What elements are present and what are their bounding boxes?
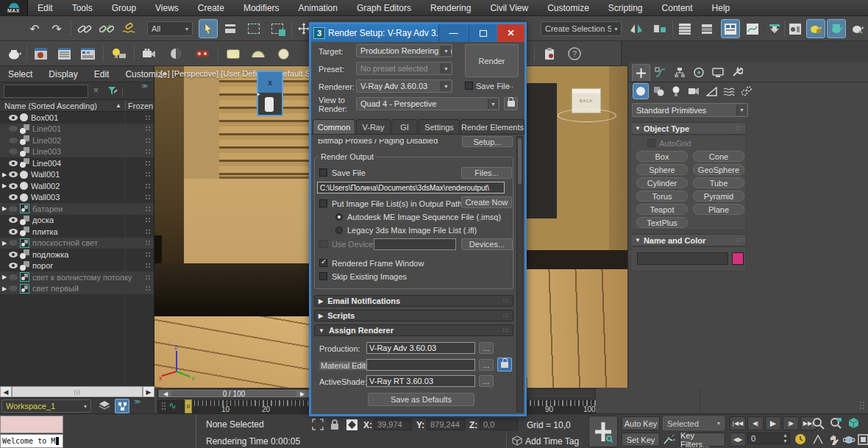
frozen-cell-icon[interactable] xyxy=(145,115,151,121)
zoom-extents-icon[interactable] xyxy=(847,417,860,432)
clear-search-icon[interactable]: × xyxy=(93,85,99,96)
selection-lock-icon[interactable] xyxy=(330,419,340,433)
trackbar-grip-icon[interactable] xyxy=(161,402,166,410)
maxscript-mini-listener-white[interactable]: Welcome to M xyxy=(0,434,63,448)
filter-funnel-icon[interactable] xyxy=(107,86,118,99)
visibility-eye-icon[interactable] xyxy=(9,217,18,223)
scene-explorer-icon[interactable] xyxy=(675,19,694,38)
visibility-eye-icon[interactable] xyxy=(9,126,18,132)
menu-scripting[interactable]: Scripting xyxy=(599,0,652,15)
email-notifications-rollout[interactable]: ▶ Email Notifications xyxy=(314,295,513,307)
max-logo-button[interactable]: MAX xyxy=(0,0,28,15)
dialog-scrollbar[interactable] xyxy=(516,136,523,412)
material-editor-icon[interactable] xyxy=(806,19,825,38)
render-setup-window-icon[interactable] xyxy=(786,19,805,38)
redo-icon[interactable]: ↷ xyxy=(47,19,66,38)
object-name-input[interactable] xyxy=(637,252,728,265)
frozen-cell-icon[interactable] xyxy=(145,263,151,269)
visibility-eye-icon[interactable] xyxy=(9,252,18,257)
subtab-lights[interactable] xyxy=(668,83,684,99)
frozen-cell-icon[interactable] xyxy=(145,171,151,177)
previous-frame-icon[interactable]: ◀| xyxy=(747,416,764,430)
cone-button[interactable]: Cone xyxy=(693,151,744,162)
tab-create[interactable] xyxy=(632,64,650,81)
object-color-swatch[interactable] xyxy=(732,252,744,265)
frozen-cell-icon[interactable] xyxy=(145,285,151,291)
output-path-field[interactable]: C:\Users\Полина\Documents\3dsMax\rendero… xyxy=(317,182,505,193)
tab-motion[interactable] xyxy=(689,64,708,81)
tab-display[interactable] xyxy=(708,64,727,81)
preset-dropdown[interactable]: No preset selected ▼ xyxy=(356,62,452,75)
time-configuration-icon[interactable] xyxy=(794,433,807,448)
subtab-space-warps[interactable] xyxy=(721,83,737,99)
legacy-ifl-radio[interactable] xyxy=(335,227,343,234)
bind-to-space-warp-icon[interactable] xyxy=(119,19,138,38)
geosphere-button[interactable]: GeoSphere xyxy=(693,164,744,175)
menu-content[interactable]: Content xyxy=(652,0,702,15)
menu-modifiers[interactable]: Modifiers xyxy=(234,0,289,15)
expand-arrow-icon[interactable]: ▶ xyxy=(2,171,9,178)
rollout-grip-icon[interactable] xyxy=(502,299,509,304)
expand-arrow-icon[interactable]: ▶ xyxy=(2,205,9,212)
menu-help[interactable]: Help xyxy=(702,0,740,15)
visibility-eye-icon[interactable] xyxy=(9,285,18,291)
menu-graph-editors[interactable]: Graph Editors xyxy=(347,0,421,15)
rollout-grip-icon[interactable] xyxy=(736,238,742,243)
frozen-cell-icon[interactable] xyxy=(145,160,151,166)
search-input[interactable] xyxy=(4,85,88,98)
explorer-menu-display[interactable]: Display xyxy=(40,69,85,79)
output-save-file-checkbox[interactable] xyxy=(319,168,327,177)
rollout-grip-icon[interactable] xyxy=(736,126,742,131)
name-and-color-rollout[interactable]: ▼ Name and Color xyxy=(630,234,747,246)
scripts-rollout[interactable]: ▶ Scripts xyxy=(314,310,513,321)
skip-existing-images-checkbox[interactable] xyxy=(319,272,327,280)
overflow-chevrons-icon[interactable]: ≫ xyxy=(134,398,140,405)
explorer-menu-edit[interactable]: Edit xyxy=(86,69,118,79)
add-time-tag-button[interactable]: Add Time Tag xyxy=(525,436,579,447)
key-filters-button[interactable]: Key Filters... xyxy=(680,433,725,447)
create-now-button[interactable]: Create Now xyxy=(461,196,512,208)
scene-explorer-toggle-icon[interactable] xyxy=(115,399,129,413)
production-browse-button[interactable]: ... xyxy=(479,342,494,354)
list-item[interactable]: Wall003 xyxy=(0,192,154,204)
x-coordinate-field[interactable]: 39,974 xyxy=(374,419,412,430)
render-frame-window-icon[interactable] xyxy=(31,44,50,63)
time-slider-thumb[interactable]: ◀ 0 / 100 ▶ xyxy=(159,390,309,397)
devices-button[interactable]: Devices... xyxy=(461,238,513,250)
frozen-cell-icon[interactable] xyxy=(145,138,151,143)
transform-coordinates-icon[interactable] xyxy=(346,419,358,433)
explorer-column-headers[interactable]: Name (Sorted Ascending) ▲ Frozen xyxy=(0,100,154,112)
activeshade-browse-button[interactable]: ... xyxy=(479,375,494,387)
renderer-dropdown[interactable]: V-Ray Adv 3.60.03 ▼ xyxy=(356,79,452,93)
scrollbar-thumb[interactable]: ||| xyxy=(12,386,143,397)
field-of-view-icon[interactable] xyxy=(812,434,824,447)
list-item[interactable]: Line001 xyxy=(0,124,154,135)
save-as-defaults-button[interactable]: Save as Defaults xyxy=(368,393,474,406)
plane-button[interactable]: Plane xyxy=(693,204,744,215)
vray-dome-light-icon[interactable] xyxy=(249,44,268,63)
subtab-shapes[interactable] xyxy=(650,83,666,99)
select-object-icon[interactable] xyxy=(199,19,218,38)
list-item[interactable]: ▶Wall001 xyxy=(0,169,154,181)
visibility-eye-icon[interactable] xyxy=(9,138,18,143)
render-teapot-icon[interactable] xyxy=(4,44,24,63)
frame-step-icons[interactable]: ◀▶ xyxy=(730,433,746,447)
viewport-lock-icon[interactable] xyxy=(504,97,518,110)
rendered-frame-list-icon[interactable] xyxy=(54,44,74,63)
visibility-eye-icon[interactable] xyxy=(9,274,18,280)
layers-icon[interactable] xyxy=(99,400,110,413)
frame-spinner-icon[interactable]: ▲▼ xyxy=(783,433,788,444)
box-button[interactable]: Box xyxy=(636,151,688,162)
visibility-eye-icon[interactable] xyxy=(9,206,18,212)
torus-button[interactable]: Torus xyxy=(636,191,688,202)
menu-create[interactable]: Create xyxy=(188,0,234,15)
material-lock-icon[interactable] xyxy=(497,358,512,371)
list-item[interactable]: плитка xyxy=(0,226,154,238)
frozen-column-header[interactable]: Frozen xyxy=(128,102,153,110)
explorer-menu-select[interactable]: Select xyxy=(0,69,40,79)
scroll-left-icon[interactable]: ◀ xyxy=(0,386,12,397)
y-coordinate-field[interactable]: 879,244 xyxy=(427,419,465,430)
tab-vray[interactable]: V-Ray xyxy=(356,119,391,134)
orbit-icon[interactable] xyxy=(843,434,855,448)
put-image-file-list-checkbox[interactable] xyxy=(319,199,327,207)
